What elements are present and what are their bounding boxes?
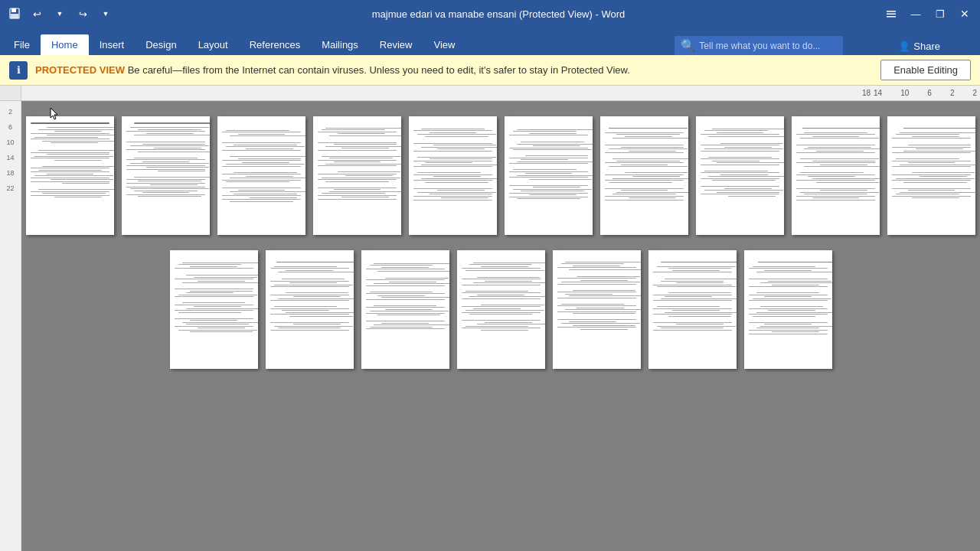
page-thumb-12 bbox=[266, 250, 354, 369]
svg-rect-3 bbox=[887, 11, 896, 12]
page-thumb-17 bbox=[744, 250, 832, 369]
tab-design[interactable]: Design bbox=[135, 34, 187, 55]
tab-references[interactable]: References bbox=[239, 34, 311, 55]
document-title: majmue edari va manabe ensani (Protected… bbox=[115, 8, 882, 20]
save-button[interactable] bbox=[6, 5, 23, 22]
svg-rect-1 bbox=[11, 8, 16, 12]
page-thumb-14 bbox=[457, 250, 545, 369]
ruler-num-2b: 2 bbox=[972, 89, 977, 97]
page-thumb-3 bbox=[217, 116, 305, 235]
page-thumb-1 bbox=[26, 116, 114, 235]
page-row-1 bbox=[26, 116, 975, 235]
close-button[interactable]: ✕ bbox=[956, 5, 974, 23]
sidebar-num-18: 18 bbox=[6, 165, 14, 181]
redo-button[interactable]: ↪ bbox=[74, 5, 92, 23]
tab-file[interactable]: File bbox=[3, 34, 41, 55]
protected-bar-text: PROTECTED VIEW Be careful—files from the… bbox=[35, 64, 873, 76]
page-thumb-6 bbox=[505, 116, 593, 235]
svg-rect-4 bbox=[887, 14, 896, 15]
search-bar[interactable]: 🔍 bbox=[675, 36, 843, 55]
protected-bar-message: Be careful—files from the Internet can c… bbox=[125, 64, 630, 76]
ruler-num-6: 6 bbox=[927, 89, 932, 97]
page-thumb-4 bbox=[313, 116, 401, 235]
shield-icon: ℹ bbox=[9, 61, 28, 80]
main-area: 2 6 10 14 18 22 bbox=[0, 101, 980, 551]
tab-insert[interactable]: Insert bbox=[89, 34, 136, 55]
page-thumb-11 bbox=[170, 250, 258, 369]
undo-button[interactable]: ↩ bbox=[28, 5, 46, 23]
sidebar-num-6: 6 bbox=[8, 119, 12, 135]
search-icon: 🔍 bbox=[681, 38, 696, 53]
left-sidebar-ruler: 2 6 10 14 18 22 bbox=[0, 101, 21, 551]
document-area[interactable] bbox=[21, 101, 980, 551]
tab-review[interactable]: Review bbox=[369, 34, 423, 55]
restore-button[interactable]: ❐ bbox=[931, 5, 949, 23]
page-thumb-10 bbox=[887, 116, 975, 235]
page-thumb-9 bbox=[792, 116, 880, 235]
tab-view[interactable]: View bbox=[423, 34, 466, 55]
minimize-button[interactable]: — bbox=[906, 5, 925, 23]
quick-access-dropdown[interactable]: ▼ bbox=[96, 5, 115, 23]
tab-layout[interactable]: Layout bbox=[188, 34, 239, 55]
ruler-num-2: 2 bbox=[950, 89, 955, 97]
sidebar-num-2: 2 bbox=[8, 104, 12, 119]
page-thumb-7 bbox=[600, 116, 688, 235]
search-input[interactable] bbox=[699, 41, 837, 51]
page-row-2 bbox=[170, 250, 832, 369]
sidebar-num-10: 10 bbox=[6, 135, 14, 150]
page-thumb-2 bbox=[122, 116, 210, 235]
ruler-num-14: 14 bbox=[874, 89, 882, 97]
page-thumb-8 bbox=[696, 116, 784, 235]
tab-mailings[interactable]: Mailings bbox=[311, 34, 369, 55]
title-bar: ↩ ▼ ↪ ▼ majmue edari va manabe ensani (P… bbox=[0, 0, 980, 28]
ruler-numbers: 18 14 10 6 2 2 bbox=[21, 86, 980, 100]
undo-dropdown[interactable]: ▼ bbox=[51, 5, 69, 23]
page-thumb-5 bbox=[409, 116, 497, 235]
share-icon: 👤 bbox=[898, 41, 910, 52]
sidebar-num-22: 22 bbox=[6, 181, 14, 196]
title-bar-right: — ❐ ✕ bbox=[882, 5, 974, 23]
ruler-num-10: 10 bbox=[900, 89, 909, 97]
ruler: 18 14 10 6 2 2 bbox=[0, 86, 980, 101]
tab-home[interactable]: Home bbox=[41, 34, 89, 55]
ribbon-tabs: File Home Insert Design Layout Reference… bbox=[0, 28, 980, 55]
share-button[interactable]: 👤 Share bbox=[889, 37, 949, 55]
protected-view-bar: ℹ PROTECTED VIEW Be careful—files from t… bbox=[0, 55, 980, 86]
title-bar-left: ↩ ▼ ↪ ▼ bbox=[6, 5, 115, 23]
page-thumb-16 bbox=[648, 250, 737, 369]
svg-rect-2 bbox=[11, 14, 18, 18]
ribbon-display-button[interactable] bbox=[882, 5, 900, 23]
page-thumb-13 bbox=[361, 250, 449, 369]
svg-rect-5 bbox=[887, 16, 896, 18]
sidebar-num-14: 14 bbox=[6, 150, 14, 165]
enable-editing-button[interactable]: Enable Editing bbox=[880, 60, 971, 80]
ruler-left-marker bbox=[0, 86, 21, 100]
ruler-num-18: 18 bbox=[862, 89, 871, 97]
page-thumb-15 bbox=[553, 250, 641, 369]
